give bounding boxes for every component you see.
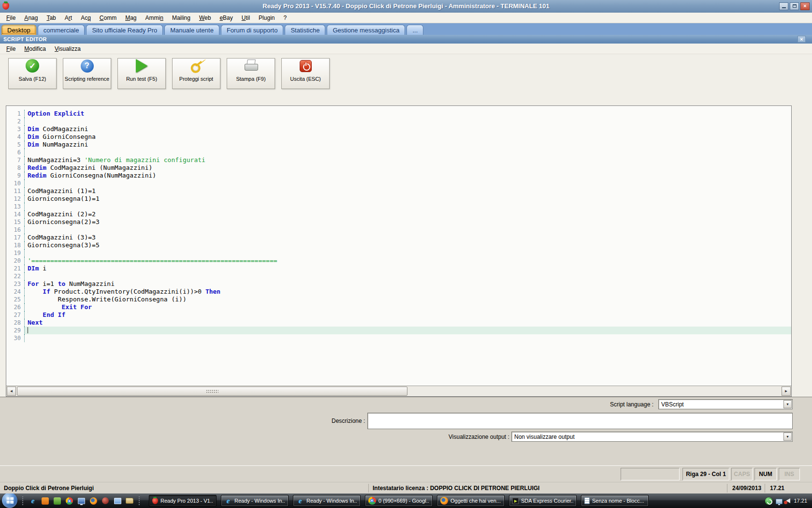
description-input[interactable] xyxy=(367,413,793,429)
menu-item-util[interactable]: Util xyxy=(237,13,254,23)
orange-app-icon[interactable] xyxy=(41,496,49,505)
tab-item[interactable]: ... xyxy=(406,25,423,35)
code-line[interactable]: 5Dim NumMagazzini xyxy=(6,141,791,149)
menu-item-ebay[interactable]: eBay xyxy=(215,13,237,23)
code-line[interactable]: 12Giorniconsegna(1)=1 xyxy=(6,195,791,203)
code-line[interactable]: 14CodMagazzini (2)=2 xyxy=(6,210,791,218)
menu-item-item[interactable]: ? xyxy=(279,13,291,23)
code-line[interactable]: 8Redim CodMagazzini (NumMagazzini) xyxy=(6,164,791,172)
code-line[interactable]: 26 Exit For xyxy=(6,303,791,311)
code-line[interactable]: 7NumMagazzini=3 'Numero di magazzini con… xyxy=(6,156,791,164)
menu-item-comm[interactable]: Comm xyxy=(95,13,121,23)
red-orb-app-icon[interactable] xyxy=(101,496,110,505)
close-button[interactable]: × xyxy=(800,2,810,10)
update-tray-icon[interactable] xyxy=(765,497,772,505)
code-line[interactable]: 18Giorniconsegna(3)=5 xyxy=(6,241,791,249)
code-line[interactable]: 3Dim CodMagazzini xyxy=(6,125,791,133)
code-line[interactable]: 21DIm i xyxy=(6,265,791,272)
code-line[interactable]: 16 xyxy=(6,226,791,234)
menu-item-mag[interactable]: Mag xyxy=(121,13,141,23)
tab-forum-di-supporto[interactable]: Forum di supporto xyxy=(221,25,284,35)
tab-desktop[interactable]: Desktop xyxy=(1,25,36,35)
minimize-button[interactable] xyxy=(779,2,788,10)
code-line[interactable]: 19 xyxy=(6,249,791,257)
start-button[interactable] xyxy=(2,493,17,508)
network-tray-icon[interactable] xyxy=(776,499,783,504)
menu-item-plugin[interactable]: Plugin xyxy=(254,13,279,23)
taskbar-button-ready-windows-in[interactable]: eReady - Windows In... xyxy=(221,495,289,507)
folder-icon[interactable] xyxy=(125,496,134,505)
code-line[interactable]: 6 xyxy=(6,149,791,156)
uscita-esc-button[interactable]: Uscita (ESC) xyxy=(281,58,330,89)
tab-manuale-utente[interactable]: Manuale utente xyxy=(164,25,219,35)
toolbar-button-label: Salva (F12) xyxy=(19,76,46,86)
scroll-left-arrow-icon[interactable]: ◄ xyxy=(7,387,16,396)
chevron-down-icon[interactable]: ▼ xyxy=(783,400,792,408)
restore-button[interactable] xyxy=(790,2,799,10)
salva-f12-button[interactable]: ✓Salva (F12) xyxy=(8,58,57,89)
horizontal-scrollbar[interactable]: ◄ ► xyxy=(6,386,791,396)
menu-item-anag[interactable]: Anag xyxy=(20,13,42,23)
output-mode-dropdown[interactable]: Non visualizzare output ▼ xyxy=(511,432,793,442)
internet-explorer-icon[interactable]: e xyxy=(29,496,37,505)
monitor-icon[interactable] xyxy=(77,496,86,505)
tab-commerciale[interactable]: commerciale xyxy=(38,25,85,35)
code-line[interactable]: 20'=====================================… xyxy=(6,257,791,265)
scroll-right-arrow-icon[interactable]: ► xyxy=(782,387,791,396)
code-line[interactable]: 13 xyxy=(6,203,791,210)
tab-gestione-messaggistica[interactable]: Gestione messaggistica xyxy=(327,25,405,35)
chevron-down-icon[interactable]: ▼ xyxy=(783,433,792,441)
code-line[interactable]: 27 End If xyxy=(6,311,791,319)
script-language-dropdown[interactable]: VBScript ▼ xyxy=(658,399,793,409)
editor-menu-item-modifica[interactable]: Modifica xyxy=(20,44,50,54)
taskbar-button-ready-pro-2013-v1[interactable]: Ready Pro 2013 - V1... xyxy=(149,495,217,507)
code-line[interactable]: 24 If Product.QtyInventory(CodMagazzini(… xyxy=(6,288,791,296)
taskbar-button-sda-express-courier[interactable]: SDA Express Courier... xyxy=(509,495,577,507)
taskbar-clock[interactable]: 17.21 xyxy=(794,498,807,504)
code-line[interactable]: 30 xyxy=(6,334,791,342)
line-number: 24 xyxy=(6,288,25,296)
green-app-icon[interactable] xyxy=(53,496,61,505)
scripting-reference-button[interactable]: ?Scripting reference xyxy=(63,58,111,89)
editor-menu-item-visualizza[interactable]: Visualizza xyxy=(50,44,85,54)
taskbar-button-senza-nome-blocc[interactable]: Senza nome - Blocc... xyxy=(581,495,649,507)
tab-statistiche[interactable]: Statistiche xyxy=(285,25,325,35)
taskbar-button-0-990-669-googl[interactable]: 0 (990×669) - Googl... xyxy=(365,495,433,507)
proteggi-script-button[interactable]: Proteggi script xyxy=(172,58,220,89)
code-line[interactable]: 2 xyxy=(6,118,791,125)
taskbar-button-oggetti-che-hai-ven[interactable]: Oggetti che hai ven... xyxy=(437,495,505,507)
windows-explorer-icon[interactable] xyxy=(113,496,122,505)
run-test-f5-button[interactable]: Run test (F5) xyxy=(117,58,166,89)
code-line[interactable]: 15Giorniconsegna(2)=3 xyxy=(6,218,791,226)
code-line[interactable]: 23For i=1 to NumMagazzini xyxy=(6,280,791,288)
script-language-value: VBScript xyxy=(659,401,783,408)
insert-mode-indicator: INS xyxy=(779,468,800,480)
menu-item-tab[interactable]: Tab xyxy=(42,13,60,23)
tab-sito-ufficiale-ready-pro[interactable]: Sito ufficiale Ready Pro xyxy=(86,25,163,35)
menu-item-web[interactable]: Web xyxy=(195,13,215,23)
code-line[interactable]: 11CodMagazzini (1)=1 xyxy=(6,187,791,195)
audio-muted-tray-icon[interactable] xyxy=(786,498,790,503)
code-line[interactable]: 10 xyxy=(6,179,791,187)
code-line[interactable]: 9Redim GiorniConsegna(NumMagazzini) xyxy=(6,172,791,179)
code-line[interactable]: 4Dim GiorniConsegna xyxy=(6,133,791,141)
code-line[interactable]: 29 xyxy=(6,327,791,334)
chrome-icon[interactable] xyxy=(65,496,73,505)
stampa-f9-button[interactable]: Stampa (F9) xyxy=(227,58,275,89)
taskbar-button-ready-windows-in[interactable]: eReady - Windows In... xyxy=(293,495,361,507)
script-editor-close-icon[interactable]: × xyxy=(798,36,806,43)
code-line[interactable]: 22 xyxy=(6,272,791,280)
code-line[interactable]: 17CodMagazzini (3)=3 xyxy=(6,234,791,241)
code-line[interactable]: 25 Response.Write(GiorniConsegna (i)) xyxy=(6,296,791,303)
menu-item-acq[interactable]: Acq xyxy=(76,13,95,23)
menu-item-mailing[interactable]: Mailing xyxy=(168,13,195,23)
firefox-icon[interactable] xyxy=(89,496,98,505)
menu-item-art[interactable]: Art xyxy=(60,13,76,23)
menu-item-ammin[interactable]: Ammin xyxy=(141,13,168,23)
code-line[interactable]: 1Option Explicit xyxy=(6,110,791,118)
code-line[interactable]: 28Next xyxy=(6,319,791,327)
scrollbar-thumb[interactable] xyxy=(17,387,407,396)
editor-menu-item-file[interactable]: File xyxy=(2,44,20,54)
code-area[interactable]: 1Option Explicit23Dim CodMagazzini4Dim G… xyxy=(6,106,791,386)
menu-item-file[interactable]: File xyxy=(2,13,20,23)
